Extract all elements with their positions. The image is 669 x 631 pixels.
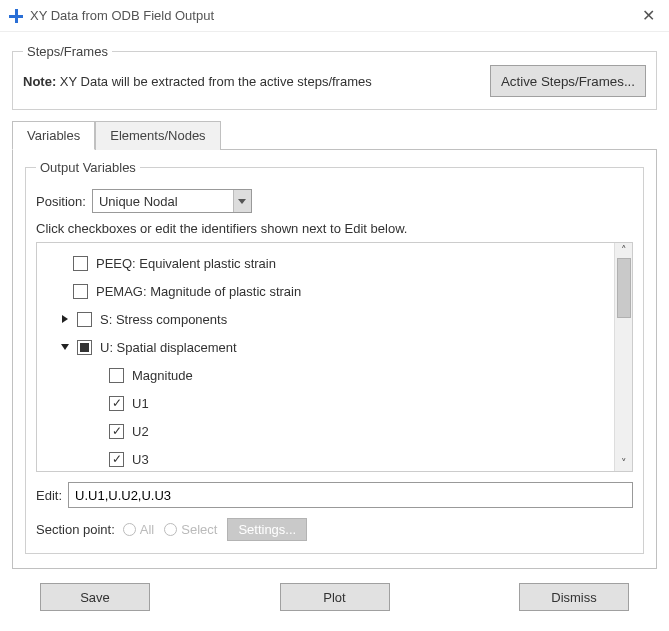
scroll-thumb[interactable] [617,258,631,318]
tab-variables[interactable]: Variables [12,121,95,150]
settings-button: Settings... [227,518,307,541]
window-title: XY Data from ODB Field Output [30,8,214,23]
tree-item-u2[interactable]: U2 [37,417,614,445]
checkbox-pemag[interactable] [73,284,88,299]
scroll-up-icon[interactable]: ˄ [621,245,627,256]
tabs-container: Variables Elements/Nodes Output Variable… [12,120,657,569]
edit-field[interactable] [68,482,633,508]
tree-item-magnitude[interactable]: Magnitude [37,361,614,389]
position-select[interactable] [92,189,252,213]
output-variables-group: Output Variables Position: Click checkbo… [25,160,644,554]
variable-tree: PEEQ: Equivalent plastic strain PEMAG: M… [36,242,633,472]
steps-frames-group: Steps/Frames Note: XY Data will be extra… [12,44,657,110]
dialog-footer: Save Plot Dismiss [0,569,669,621]
tree-item-peeq[interactable]: PEEQ: Equivalent plastic strain [37,249,614,277]
tree-item-u3[interactable]: U3 [37,445,614,471]
edit-label: Edit: [36,488,62,503]
expand-right-icon[interactable] [57,314,73,324]
checkbox-u3[interactable] [109,452,124,467]
active-steps-frames-button[interactable]: Active Steps/Frames... [490,65,646,97]
radio-circle-icon [164,523,177,536]
position-select-value[interactable] [93,190,233,212]
tree-item-u[interactable]: U: Spatial displacement [37,333,614,361]
identifier-hint: Click checkboxes or edit the identifiers… [36,221,633,236]
chevron-down-icon[interactable] [233,190,251,212]
tree-item-u1[interactable]: U1 [37,389,614,417]
radio-all: All [123,522,154,537]
section-point-label: Section point: [36,522,115,537]
checkbox-magnitude[interactable] [109,368,124,383]
position-label: Position: [36,194,86,209]
checkbox-s[interactable] [77,312,92,327]
tab-elements-nodes[interactable]: Elements/Nodes [95,121,220,150]
checkbox-u[interactable] [77,340,92,355]
scroll-down-icon[interactable]: ˅ [621,458,627,469]
tree-item-s[interactable]: S: Stress components [37,305,614,333]
svg-marker-2 [238,199,246,204]
tab-panel-variables: Output Variables Position: Click checkbo… [12,149,657,569]
radio-circle-icon [123,523,136,536]
dismiss-button[interactable]: Dismiss [519,583,629,611]
plot-button[interactable]: Plot [280,583,390,611]
close-icon[interactable]: ✕ [636,6,661,25]
steps-frames-legend: Steps/Frames [23,44,112,59]
svg-rect-1 [15,9,18,23]
output-variables-legend: Output Variables [36,160,140,175]
svg-marker-4 [61,344,69,350]
tree-scrollbar[interactable]: ˄ ˅ [614,243,632,471]
checkbox-peeq[interactable] [73,256,88,271]
tree-item-pemag[interactable]: PEMAG: Magnitude of plastic strain [37,277,614,305]
svg-marker-3 [62,315,68,323]
title-bar: XY Data from ODB Field Output ✕ [0,0,669,32]
steps-note: Note: XY Data will be extracted from the… [23,74,490,89]
app-icon [8,8,24,24]
checkbox-u2[interactable] [109,424,124,439]
checkbox-u1[interactable] [109,396,124,411]
save-button[interactable]: Save [40,583,150,611]
radio-select: Select [164,522,217,537]
expand-down-icon[interactable] [57,342,73,352]
